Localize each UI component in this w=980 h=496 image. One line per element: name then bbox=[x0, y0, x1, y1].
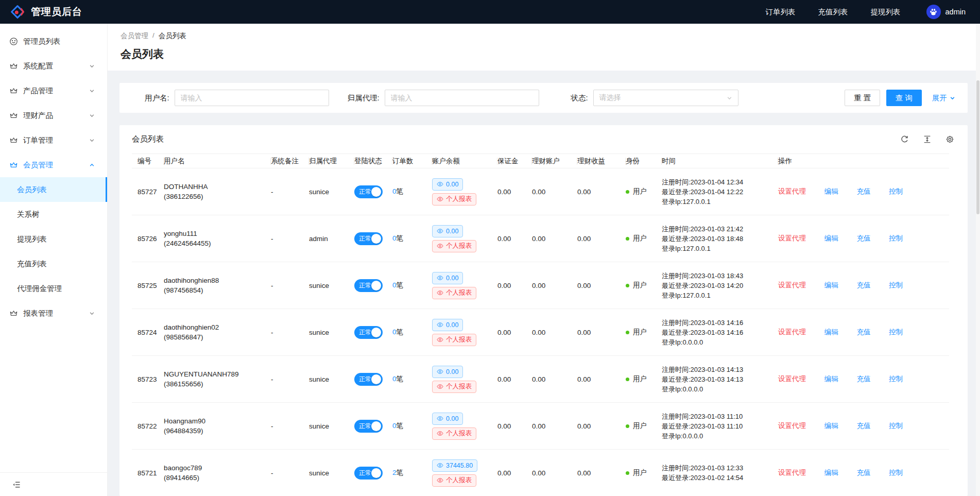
set-agent-link[interactable]: 设置代理 bbox=[778, 375, 806, 383]
set-agent-link[interactable]: 设置代理 bbox=[778, 422, 806, 430]
edit-link[interactable]: 编辑 bbox=[824, 281, 838, 289]
breadcrumb-parent[interactable]: 会员管理 bbox=[121, 31, 148, 41]
sidebar: 管理员列表 系统配置 产品管理 bbox=[0, 24, 107, 496]
recharge-link[interactable]: 充值 bbox=[857, 187, 871, 195]
refresh-icon[interactable] bbox=[900, 135, 909, 144]
recharge-link[interactable]: 充值 bbox=[857, 281, 871, 289]
filter-actions: 重 置 查 询 展开 bbox=[845, 90, 955, 106]
balance-badge[interactable]: 0.00 bbox=[432, 272, 463, 284]
sidebar-item-report-mgmt[interactable]: 报表管理 bbox=[0, 301, 107, 326]
personal-report-badge[interactable]: 个人报表 bbox=[432, 334, 476, 346]
sidebar-item-order-mgmt[interactable]: 订单管理 bbox=[0, 128, 107, 152]
column-height-icon[interactable] bbox=[923, 135, 932, 144]
login-status-toggle[interactable]: 正常 bbox=[354, 232, 383, 245]
control-link[interactable]: 控制 bbox=[889, 422, 903, 430]
recharge-link[interactable]: 充值 bbox=[857, 234, 871, 242]
personal-report-badge[interactable]: 个人报表 bbox=[432, 193, 476, 206]
edit-link[interactable]: 编辑 bbox=[824, 375, 838, 383]
login-status-toggle[interactable]: 正常 bbox=[354, 185, 383, 198]
set-agent-link[interactable]: 设置代理 bbox=[778, 281, 806, 289]
system-remark: - bbox=[271, 403, 309, 450]
username-filter-input[interactable] bbox=[175, 90, 329, 106]
sidebar-collapse-button[interactable] bbox=[0, 472, 107, 496]
control-link[interactable]: 控制 bbox=[889, 375, 903, 383]
edit-link[interactable]: 编辑 bbox=[824, 422, 838, 430]
recharge-link[interactable]: 充值 bbox=[857, 469, 871, 476]
order-count-unit: 笔 bbox=[397, 375, 404, 383]
control-link[interactable]: 控制 bbox=[889, 281, 903, 289]
sidebar-subitem-relation-tree[interactable]: 关系树 bbox=[0, 202, 107, 227]
window-scrollbar[interactable] bbox=[976, 24, 980, 496]
personal-report-badge[interactable]: 个人报表 bbox=[432, 427, 476, 440]
topnav-recharge-list[interactable]: 充值列表 bbox=[818, 7, 848, 17]
control-link[interactable]: 控制 bbox=[889, 187, 903, 195]
login-ip: 登录Ip:0.0.0.0 bbox=[662, 431, 774, 441]
expand-link[interactable]: 展开 bbox=[932, 93, 955, 103]
agent-filter-input[interactable] bbox=[385, 90, 539, 106]
login-status-toggle[interactable]: 正常 bbox=[354, 373, 383, 386]
username-filter-label: 用户名: bbox=[145, 93, 169, 103]
personal-report-badge[interactable]: 个人报表 bbox=[432, 474, 476, 487]
settings-gear-icon[interactable] bbox=[945, 135, 954, 144]
control-link[interactable]: 控制 bbox=[889, 469, 903, 476]
set-agent-link[interactable]: 设置代理 bbox=[778, 328, 806, 336]
topnav-order-list[interactable]: 订单列表 bbox=[766, 7, 796, 17]
eye-icon bbox=[437, 336, 443, 343]
login-status-toggle[interactable]: 正常 bbox=[354, 467, 383, 480]
balance-badge[interactable]: 0.00 bbox=[432, 225, 463, 237]
sidebar-item-product-mgmt[interactable]: 产品管理 bbox=[0, 78, 107, 103]
sidebar-item-system-config[interactable]: 系统配置 bbox=[0, 54, 107, 78]
user-menu[interactable]: admin bbox=[926, 5, 966, 19]
eye-icon bbox=[437, 275, 443, 281]
sidebar-subitem-agent-commission[interactable]: 代理佣金管理 bbox=[0, 276, 107, 301]
balance-badge[interactable]: 0.00 bbox=[432, 178, 463, 191]
set-agent-link[interactable]: 设置代理 bbox=[778, 187, 806, 195]
login-status-toggle[interactable]: 正常 bbox=[354, 279, 383, 292]
identity-label: 用户 bbox=[633, 421, 647, 431]
recharge-link[interactable]: 充值 bbox=[857, 375, 871, 383]
col-actions: 操作 bbox=[778, 154, 949, 168]
margin-value: 0.00 bbox=[497, 356, 532, 403]
chevron-down-icon bbox=[89, 113, 95, 118]
edit-link[interactable]: 编辑 bbox=[824, 187, 838, 195]
balance-badge[interactable]: 0.00 bbox=[432, 319, 463, 331]
control-link[interactable]: 控制 bbox=[889, 328, 903, 336]
order-count-unit: 笔 bbox=[397, 234, 404, 242]
sidebar-subitem-member-list[interactable]: 会员列表 bbox=[0, 177, 107, 202]
finance-profit-value: 0.00 bbox=[577, 215, 626, 262]
recharge-link[interactable]: 充值 bbox=[857, 328, 871, 336]
filter-bar: 用户名: 归属代理: 状态: 请选择 bbox=[119, 83, 968, 113]
toggle-label: 正常 bbox=[359, 469, 371, 477]
sidebar-item-admin-list[interactable]: 管理员列表 bbox=[0, 29, 107, 54]
recharge-link[interactable]: 充值 bbox=[857, 422, 871, 430]
status-filter-select[interactable]: 请选择 bbox=[593, 90, 738, 106]
card-title: 会员列表 bbox=[132, 134, 164, 145]
scrollbar-thumb[interactable] bbox=[976, 80, 979, 214]
personal-report-badge[interactable]: 个人报表 bbox=[432, 381, 476, 393]
balance-badge[interactable]: 0.00 bbox=[432, 413, 463, 425]
personal-report-badge[interactable]: 个人报表 bbox=[432, 287, 476, 299]
reset-button[interactable]: 重 置 bbox=[845, 90, 880, 106]
col-identity: 身份 bbox=[626, 154, 662, 168]
personal-report-badge[interactable]: 个人报表 bbox=[432, 240, 476, 252]
set-agent-link[interactable]: 设置代理 bbox=[778, 234, 806, 242]
sidebar-subitem-withdraw-list[interactable]: 提现列表 bbox=[0, 227, 107, 251]
sidebar-item-finance-product[interactable]: 理财产品 bbox=[0, 103, 107, 128]
sidebar-subitem-recharge-list[interactable]: 充值列表 bbox=[0, 251, 107, 276]
edit-link[interactable]: 编辑 bbox=[824, 234, 838, 242]
edit-link[interactable]: 编辑 bbox=[824, 328, 838, 336]
edit-link[interactable]: 编辑 bbox=[824, 469, 838, 476]
search-button[interactable]: 查 询 bbox=[886, 90, 922, 106]
expand-label: 展开 bbox=[932, 93, 947, 103]
login-status-toggle[interactable]: 正常 bbox=[354, 326, 383, 339]
col-remark: 系统备注 bbox=[271, 154, 309, 168]
balance-badge[interactable]: 37445.80 bbox=[432, 459, 477, 472]
topnav-withdraw-list[interactable]: 提现列表 bbox=[871, 7, 901, 17]
set-agent-link[interactable]: 设置代理 bbox=[778, 469, 806, 476]
login-status-toggle[interactable]: 正常 bbox=[354, 420, 383, 433]
control-link[interactable]: 控制 bbox=[889, 234, 903, 242]
member-account-number: (24624564455) bbox=[164, 238, 267, 248]
system-remark: - bbox=[271, 450, 309, 496]
sidebar-item-member-mgmt[interactable]: 会员管理 bbox=[0, 152, 107, 177]
balance-badge[interactable]: 0.00 bbox=[432, 366, 463, 378]
